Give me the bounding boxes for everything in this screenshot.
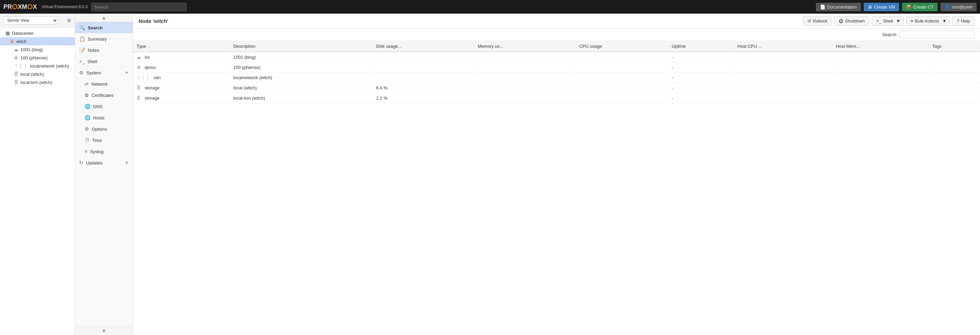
sidebar-item-100-pfsense[interactable]: 🖥 100 (pfsense) [0,54,75,62]
topbar-right: 📄 Documentation 🖥 Create VM 📦 Create CT … [816,3,977,11]
cell-memory-4 [474,93,576,103]
nav-item-options[interactable]: ⚙ Options [75,124,133,135]
bulk-dropdown-arrow: ▼ [942,18,947,24]
nav-scroll-down-button[interactable]: ▼ [75,327,133,335]
cell-host-cpu-2 [734,73,833,83]
help-button[interactable]: ? Help [952,16,975,25]
nav-item-syslog[interactable]: ≡ Syslog [75,146,133,157]
server-view-select[interactable]: Server View [3,16,58,25]
cell-type-0: ☁ lxc [133,52,230,62]
cell-tags-2 [929,73,980,83]
topbar-search-input[interactable] [91,3,187,11]
logo-x1: O [12,2,18,11]
bulk-actions-icon: ≡ [911,18,913,24]
nav-panel: ▲ 🔍 Search 📋 Summary 📝 Notes >_ Shell [75,14,133,335]
table-row: 🗄 storage local-lvm (witch) 1.1 % - [133,93,980,103]
resource-table: Type ↑ Description Disk usage... Memory … [133,41,980,103]
sidebar-item-localnetwork[interactable]: ⋮⋮⋮ localnetwork (witch) [0,62,75,70]
time-icon: ⏱ [84,138,89,143]
create-vm-button[interactable]: 🖥 Create VM [864,3,899,11]
settings-icon[interactable]: ⚙ [67,18,71,23]
nav-item-system[interactable]: ⚙ System ▼ [75,67,133,78]
node-icon: 🖥 [10,38,14,44]
cell-uptime-3: - [668,83,734,93]
table-row: 🖥 qemu 100 (pfsense) - [133,62,980,73]
col-host-mem[interactable]: Host Mem... [832,41,929,52]
logo: PR O XM O X [3,2,37,11]
cell-tags-1 [929,62,980,73]
cell-tags-3 [929,83,980,93]
shutdown-icon: ⏻ [839,18,843,24]
cell-type-1: 🖥 qemu [133,62,230,73]
qemu-icon: 🖥 [14,55,18,60]
type-icon-3: 🗄 [137,85,141,90]
documentation-button[interactable]: 📄 Documentation [816,3,861,11]
table-row: ☁ lxc 1001 (blog) - [133,52,980,62]
monitor-icon: 🖥 [868,5,872,10]
col-tags[interactable]: Tags [929,41,980,52]
chevron-down-icon: ▼ [125,71,129,75]
cell-description-1: 100 (pfsense) [230,62,372,73]
shell-action-icon: >_ [876,18,881,24]
sidebar-item-1001-blog[interactable]: ☁ 1001 (blog) [0,45,75,54]
cell-description-3: local (witch) [230,83,372,93]
bulk-actions-button[interactable]: ≡ Bulk Actions ▼ [906,16,950,25]
storage-icon: 🗄 [14,71,18,77]
type-icon-1: 🖥 [137,65,141,70]
col-uptime[interactable]: Uptime [668,41,734,52]
cell-host-cpu-1 [734,62,833,73]
network-icon: ⋮⋮⋮ [14,63,28,68]
shell-button[interactable]: >_ Shell ▼ [872,16,904,25]
cell-host-mem-4 [832,93,929,103]
col-disk-usage[interactable]: Disk usage... [372,41,474,52]
docs-icon: 📄 [820,5,826,10]
logo-text: PR [3,3,12,11]
nav-item-notes[interactable]: 📝 Notes [75,45,133,56]
shell-icon: >_ [79,59,84,64]
nav-item-updates[interactable]: ↻ Updates ▼ [75,157,133,168]
cell-disk-0 [372,52,474,62]
nav-item-summary[interactable]: 📋 Summary [75,33,133,45]
nav-item-search[interactable]: 🔍 Search [75,22,133,33]
col-host-cpu[interactable]: Host CPU ... [734,41,833,52]
cell-disk-1 [372,62,474,73]
sort-asc-icon: ↑ [148,45,150,48]
cell-tags-4 [929,93,980,103]
cell-host-cpu-3 [734,83,833,93]
sidebar-header: Server View ⚙ [0,14,75,28]
sidebar-item-local-lvm-witch[interactable]: 🗄 local-lvm (witch) [0,78,75,86]
create-ct-button[interactable]: 📦 Create CT [902,3,938,11]
content-header: Node 'witch' ↺ Reboot ⏻ Shutdown >_ Shel… [133,14,980,29]
cell-host-cpu-0 [734,52,833,62]
user-menu-button[interactable]: 👤 root@pam [940,3,977,11]
type-icon-4: 🗄 [137,95,141,101]
container-icon: 📦 [906,5,912,10]
nav-item-time[interactable]: ⏱ Time [75,135,133,146]
content-search-bar: Search: [133,29,980,41]
sidebar-item-datacenter[interactable]: ▦ Datacenter [0,29,75,37]
table-row: ⋮⋮⋮ sdn localnetwork (witch) - [133,73,980,83]
table-header-row: Type ↑ Description Disk usage... Memory … [133,41,980,52]
table-row: 🗄 storage local (witch) 6.4 % - [133,83,980,93]
type-icon-2: ⋮⋮⋮ [137,75,150,80]
col-memory-usage[interactable]: Memory us... [474,41,576,52]
nav-scroll-up-button[interactable]: ▲ [75,14,133,22]
col-cpu-usage[interactable]: CPU usage [576,41,668,52]
nav-item-dns[interactable]: 🌐 DNS [75,101,133,112]
sidebar: Server View ⚙ ▦ Datacenter 🖥 witch ☁ 100… [0,14,75,335]
col-description[interactable]: Description [230,41,372,52]
content-table-wrap: Type ↑ Description Disk usage... Memory … [133,41,980,335]
nav-item-hosts[interactable]: 🌐 Hosts [75,112,133,124]
cell-description-0: 1001 (blog) [230,52,372,62]
nav-item-shell[interactable]: >_ Shell [75,56,133,67]
sidebar-item-witch[interactable]: 🖥 witch [0,37,75,45]
sidebar-item-local-witch[interactable]: 🗄 local (witch) [0,70,75,78]
shutdown-button[interactable]: ⏻ Shutdown [834,16,869,25]
reboot-button[interactable]: ↺ Reboot [803,16,832,25]
content-search-input[interactable] [899,31,975,38]
nav-item-network[interactable]: ⇄ Network [75,78,133,90]
summary-icon: 📋 [79,36,85,41]
app-version: Virtual Environment 8.0.3 [41,5,88,9]
col-type[interactable]: Type ↑ [133,41,230,52]
nav-item-certificates[interactable]: ✿ Certificates [75,90,133,101]
